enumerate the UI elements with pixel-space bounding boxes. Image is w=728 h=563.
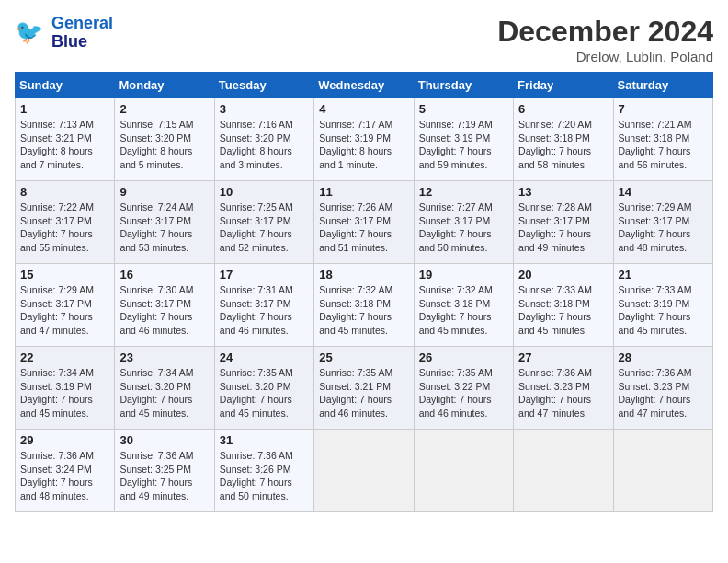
day-number: 28 (619, 350, 708, 364)
day-header-friday: Friday (514, 73, 613, 98)
day-number: 6 (518, 102, 608, 116)
day-header-monday: Monday (115, 73, 214, 98)
calendar-cell: 2Sunrise: 7:15 AM Sunset: 3:20 PM Daylig… (115, 98, 214, 181)
calendar-cell: 27Sunrise: 7:36 AM Sunset: 3:23 PM Dayli… (514, 347, 613, 430)
day-number: 5 (419, 102, 508, 116)
calendar-table: SundayMondayTuesdayWednesdayThursdayFrid… (15, 72, 713, 512)
calendar-cell: 20Sunrise: 7:33 AM Sunset: 3:18 PM Dayli… (514, 264, 613, 347)
day-info: Sunrise: 7:25 AM Sunset: 3:17 PM Dayligh… (220, 201, 309, 255)
day-number: 25 (319, 350, 408, 364)
day-info: Sunrise: 7:33 AM Sunset: 3:19 PM Dayligh… (619, 283, 708, 338)
calendar-cell: 16Sunrise: 7:30 AM Sunset: 3:17 PM Dayli… (115, 264, 214, 347)
svg-text:🐦: 🐦 (15, 17, 44, 46)
calendar-cell: 12Sunrise: 7:27 AM Sunset: 3:17 PM Dayli… (414, 181, 513, 264)
day-info: Sunrise: 7:16 AM Sunset: 3:20 PM Dayligh… (220, 118, 309, 172)
day-header-sunday: Sunday (16, 73, 115, 98)
calendar-cell: 30Sunrise: 7:36 AM Sunset: 3:25 PM Dayli… (115, 430, 214, 512)
day-number: 27 (518, 350, 608, 364)
calendar-cell: 8Sunrise: 7:22 AM Sunset: 3:17 PM Daylig… (16, 181, 115, 264)
calendar-week-4: 22Sunrise: 7:34 AM Sunset: 3:19 PM Dayli… (16, 347, 713, 430)
day-info: Sunrise: 7:36 AM Sunset: 3:23 PM Dayligh… (518, 366, 608, 420)
calendar-cell: 13Sunrise: 7:28 AM Sunset: 3:17 PM Dayli… (514, 181, 613, 264)
day-info: Sunrise: 7:19 AM Sunset: 3:19 PM Dayligh… (419, 118, 508, 172)
day-number: 19 (419, 268, 508, 282)
day-info: Sunrise: 7:36 AM Sunset: 3:24 PM Dayligh… (20, 449, 109, 503)
day-info: Sunrise: 7:34 AM Sunset: 3:20 PM Dayligh… (119, 366, 209, 420)
calendar-cell: 28Sunrise: 7:36 AM Sunset: 3:23 PM Dayli… (613, 347, 712, 430)
day-info: Sunrise: 7:22 AM Sunset: 3:17 PM Dayligh… (20, 201, 109, 255)
day-number: 1 (20, 102, 109, 116)
day-info: Sunrise: 7:15 AM Sunset: 3:20 PM Dayligh… (119, 118, 209, 172)
day-number: 24 (220, 350, 309, 364)
day-number: 26 (419, 350, 508, 364)
calendar-cell: 19Sunrise: 7:32 AM Sunset: 3:18 PM Dayli… (414, 264, 513, 347)
day-header-thursday: Thursday (414, 73, 513, 98)
calendar-cell: 24Sunrise: 7:35 AM Sunset: 3:20 PM Dayli… (214, 347, 313, 430)
day-number: 15 (20, 268, 109, 282)
day-number: 13 (518, 185, 608, 199)
calendar-cell: 21Sunrise: 7:33 AM Sunset: 3:19 PM Dayli… (613, 264, 712, 347)
calendar-cell: 18Sunrise: 7:32 AM Sunset: 3:18 PM Dayli… (314, 264, 414, 347)
calendar-cell: 23Sunrise: 7:34 AM Sunset: 3:20 PM Dayli… (115, 347, 214, 430)
calendar-cell: 14Sunrise: 7:29 AM Sunset: 3:17 PM Dayli… (613, 181, 712, 264)
calendar-cell: 9Sunrise: 7:24 AM Sunset: 3:17 PM Daylig… (115, 181, 214, 264)
day-number: 8 (20, 185, 109, 199)
calendar-cell: 17Sunrise: 7:31 AM Sunset: 3:17 PM Dayli… (214, 264, 313, 347)
calendar-week-2: 8Sunrise: 7:22 AM Sunset: 3:17 PM Daylig… (16, 181, 713, 264)
day-info: Sunrise: 7:20 AM Sunset: 3:18 PM Dayligh… (518, 118, 608, 172)
calendar-week-1: 1Sunrise: 7:13 AM Sunset: 3:21 PM Daylig… (16, 98, 713, 181)
day-header-tuesday: Tuesday (214, 73, 313, 98)
day-info: Sunrise: 7:26 AM Sunset: 3:17 PM Dayligh… (319, 201, 408, 255)
calendar-cell: 26Sunrise: 7:35 AM Sunset: 3:22 PM Dayli… (414, 347, 513, 430)
day-info: Sunrise: 7:32 AM Sunset: 3:18 PM Dayligh… (419, 283, 508, 338)
day-number: 22 (20, 350, 109, 364)
day-number: 21 (619, 268, 708, 282)
day-header-saturday: Saturday (613, 73, 712, 98)
logo-icon: 🐦 (15, 17, 48, 50)
calendar-cell: 7Sunrise: 7:21 AM Sunset: 3:18 PM Daylig… (613, 98, 712, 181)
day-info: Sunrise: 7:35 AM Sunset: 3:21 PM Dayligh… (319, 366, 408, 420)
calendar-cell: 11Sunrise: 7:26 AM Sunset: 3:17 PM Dayli… (314, 181, 414, 264)
day-header-wednesday: Wednesday (314, 73, 414, 98)
calendar-cell: 25Sunrise: 7:35 AM Sunset: 3:21 PM Dayli… (314, 347, 414, 430)
calendar-cell: 6Sunrise: 7:20 AM Sunset: 3:18 PM Daylig… (514, 98, 613, 181)
day-number: 30 (119, 433, 209, 447)
day-number: 10 (220, 185, 309, 199)
day-info: Sunrise: 7:36 AM Sunset: 3:23 PM Dayligh… (619, 366, 708, 420)
day-info: Sunrise: 7:13 AM Sunset: 3:21 PM Dayligh… (20, 118, 109, 172)
calendar-cell (613, 430, 712, 512)
day-info: Sunrise: 7:35 AM Sunset: 3:20 PM Dayligh… (220, 366, 309, 420)
day-info: Sunrise: 7:29 AM Sunset: 3:17 PM Dayligh… (20, 283, 109, 338)
day-number: 3 (220, 102, 309, 116)
day-number: 11 (319, 185, 408, 199)
day-info: Sunrise: 7:33 AM Sunset: 3:18 PM Dayligh… (518, 283, 608, 338)
calendar-cell: 3Sunrise: 7:16 AM Sunset: 3:20 PM Daylig… (214, 98, 313, 181)
day-number: 18 (319, 268, 408, 282)
calendar-cell: 31Sunrise: 7:36 AM Sunset: 3:26 PM Dayli… (214, 430, 313, 512)
day-number: 31 (220, 433, 309, 447)
day-info: Sunrise: 7:27 AM Sunset: 3:17 PM Dayligh… (419, 201, 508, 255)
day-info: Sunrise: 7:31 AM Sunset: 3:17 PM Dayligh… (220, 283, 309, 338)
day-number: 16 (119, 268, 209, 282)
day-info: Sunrise: 7:36 AM Sunset: 3:26 PM Dayligh… (220, 449, 309, 503)
logo: 🐦 GeneralBlue (15, 15, 113, 52)
calendar-cell: 22Sunrise: 7:34 AM Sunset: 3:19 PM Dayli… (16, 347, 115, 430)
day-info: Sunrise: 7:36 AM Sunset: 3:25 PM Dayligh… (119, 449, 209, 503)
calendar-cell: 1Sunrise: 7:13 AM Sunset: 3:21 PM Daylig… (16, 98, 115, 181)
day-info: Sunrise: 7:29 AM Sunset: 3:17 PM Dayligh… (619, 201, 708, 255)
header-row: SundayMondayTuesdayWednesdayThursdayFrid… (16, 73, 713, 98)
day-info: Sunrise: 7:35 AM Sunset: 3:22 PM Dayligh… (419, 366, 508, 420)
calendar-cell (314, 430, 414, 512)
day-info: Sunrise: 7:17 AM Sunset: 3:19 PM Dayligh… (319, 118, 408, 172)
day-number: 17 (220, 268, 309, 282)
day-number: 20 (518, 268, 608, 282)
month-title: December 2024 (497, 15, 713, 49)
day-number: 4 (319, 102, 408, 116)
day-number: 2 (119, 102, 209, 116)
calendar-cell (514, 430, 613, 512)
calendar-cell: 5Sunrise: 7:19 AM Sunset: 3:19 PM Daylig… (414, 98, 513, 181)
day-info: Sunrise: 7:30 AM Sunset: 3:17 PM Dayligh… (119, 283, 209, 338)
calendar-week-5: 29Sunrise: 7:36 AM Sunset: 3:24 PM Dayli… (16, 430, 713, 512)
calendar-cell: 10Sunrise: 7:25 AM Sunset: 3:17 PM Dayli… (214, 181, 313, 264)
day-info: Sunrise: 7:21 AM Sunset: 3:18 PM Dayligh… (619, 118, 708, 172)
